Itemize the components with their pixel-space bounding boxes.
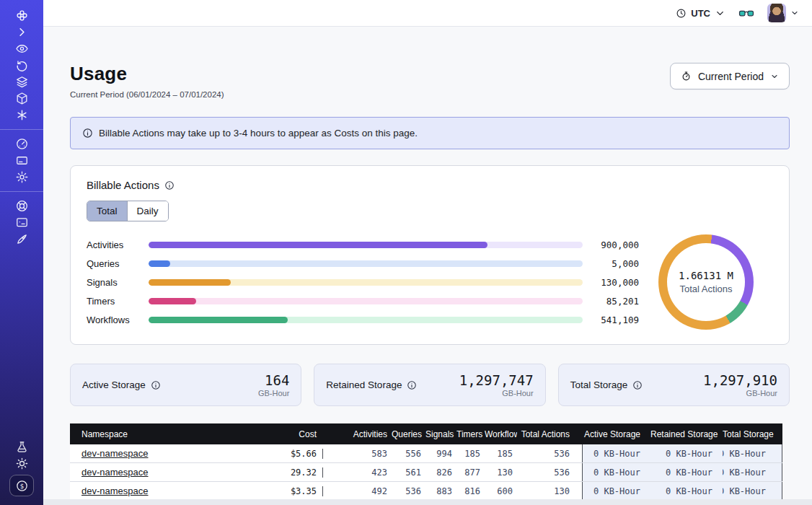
timezone-selector[interactable]: UTC <box>676 8 725 19</box>
cell-workflows: 185 <box>485 449 517 459</box>
gauge-icon[interactable] <box>9 136 35 152</box>
bar-fill <box>149 317 288 323</box>
table-row: dev-namespace$5.665835569941851855360 KB… <box>70 444 782 463</box>
cell-total_actions: 130 <box>517 486 582 496</box>
cell-timers: 816 <box>456 486 485 496</box>
tab-total[interactable]: Total <box>87 201 127 221</box>
layers-icon[interactable] <box>9 74 35 90</box>
table-header: NamespaceCostActivitiesQueriesSignalsTim… <box>70 423 782 444</box>
info-icon <box>82 128 93 139</box>
tab-daily[interactable]: Daily <box>127 201 168 221</box>
total-storage-value: 1,297,910 <box>703 373 777 387</box>
clock-icon <box>676 8 687 19</box>
cell-timers: 877 <box>456 467 485 478</box>
theme-sun-icon[interactable] <box>9 455 35 472</box>
page-title: Usage <box>70 63 224 85</box>
cell-timers: 185 <box>456 449 485 459</box>
cell-total_actions: 536 <box>517 449 582 459</box>
namespace-link[interactable]: dev-namespace <box>81 486 149 496</box>
docs-terminal-icon[interactable] <box>9 214 35 231</box>
info-icon[interactable] <box>164 180 175 190</box>
cell-total_storage: 0 KB-Hour <box>723 444 782 462</box>
donut-total-label: Total Actions <box>680 284 733 294</box>
info-icon[interactable] <box>151 380 161 390</box>
bar-track <box>149 317 583 323</box>
chevron-down-icon <box>770 72 779 81</box>
cell-workflows: 130 <box>485 467 517 478</box>
active-storage-card: Active Storage 164 GB-Hour <box>70 364 301 406</box>
cube-icon[interactable] <box>9 90 35 107</box>
billable-actions-title: Billable Actions <box>87 179 159 191</box>
bar-row-activities: Activities900,000 <box>87 235 639 254</box>
bar-fill <box>149 298 196 304</box>
timezone-label: UTC <box>691 8 710 19</box>
banner-text: Billable Actions may take up to 3-4 hour… <box>99 128 418 139</box>
lifebuoy-support-icon[interactable] <box>9 198 35 214</box>
namespaces-eye-icon[interactable] <box>9 40 35 57</box>
namespace-link[interactable]: dev-namespace <box>81 467 149 478</box>
donut-ring: 1.66131 M Total Actions <box>658 234 754 330</box>
column-header-cost: Cost <box>257 429 322 439</box>
flask-lab-icon[interactable] <box>9 439 35 455</box>
cell-workflows: 600 <box>485 486 517 496</box>
cell-queries: 556 <box>392 449 425 459</box>
column-header-retained_storage: Retained Storage <box>650 429 723 439</box>
info-banner: Billable Actions may take up to 3-4 hour… <box>70 117 790 149</box>
bar-label: Queries <box>87 258 149 269</box>
glasses-icon[interactable] <box>738 6 754 19</box>
column-header-activities: Activities <box>322 429 392 439</box>
sidebar: $ <box>0 0 43 505</box>
total-actions-donut: 1.66131 M Total Actions <box>639 234 773 330</box>
retained-storage-label: Retained Storage <box>326 379 402 390</box>
bar-value: 541,109 <box>583 315 639 325</box>
period-selector-button[interactable]: Current Period <box>670 63 790 89</box>
cell-queries: 536 <box>392 486 425 496</box>
cell-signals: 826 <box>425 467 456 478</box>
chevron-down-icon <box>790 9 799 17</box>
column-header-workflows: Workflows <box>485 429 517 439</box>
info-icon[interactable] <box>632 380 643 390</box>
billing-usage-icon[interactable]: $ <box>9 475 34 496</box>
card-panel-icon[interactable] <box>9 152 35 169</box>
sidebar-divider <box>0 191 43 192</box>
total-storage-unit: GB-Hour <box>703 389 777 398</box>
total-storage-card: Total Storage 1,297,910 GB-Hour <box>558 364 790 406</box>
column-header-active_storage: Active Storage <box>582 429 650 439</box>
cell-cost: 29.32 <box>257 467 322 478</box>
cell-total_actions: 536 <box>517 467 582 478</box>
stopwatch-icon <box>681 71 692 82</box>
retained-storage-card: Retained Storage 1,297,747 GB-Hour <box>314 364 545 406</box>
cell-cost: $5.66 <box>257 449 322 459</box>
bar-track <box>149 298 583 304</box>
gear-icon[interactable] <box>9 169 35 185</box>
cell-activities: 583 <box>322 449 392 459</box>
bar-label: Activities <box>87 240 149 250</box>
rocket-icon[interactable] <box>9 231 35 247</box>
total-storage-label: Total Storage <box>570 379 628 390</box>
bar-value: 130,000 <box>583 277 639 288</box>
temporal-logo-icon[interactable] <box>9 7 35 24</box>
cell-signals: 883 <box>425 486 456 496</box>
cell-cost: $3.35 <box>257 486 322 496</box>
sidebar-divider <box>0 129 43 130</box>
history-retry-icon[interactable] <box>9 57 35 74</box>
bar-value: 900,000 <box>583 240 639 250</box>
bar-track <box>149 260 583 267</box>
info-icon[interactable] <box>407 380 417 390</box>
bar-fill <box>149 260 170 267</box>
table-row: dev-namespace$3.354925368838166001300 KB… <box>70 482 782 501</box>
cell-namespace: dev-namespace <box>70 448 257 459</box>
current-period-subtitle: Current Period (06/01/2024 – 07/01/2024) <box>70 90 224 99</box>
column-header-namespace: Namespace <box>70 429 257 439</box>
cell-total_storage: 0 KB-Hour <box>723 482 782 500</box>
collapse-chevron-icon[interactable] <box>9 24 35 40</box>
namespace-link[interactable]: dev-namespace <box>81 448 149 459</box>
horizontal-scrollbar[interactable] <box>43 499 812 505</box>
active-storage-label: Active Storage <box>82 379 146 390</box>
cell-total_storage: 0 KB-Hour <box>723 463 782 481</box>
asterisk-icon[interactable] <box>9 107 35 123</box>
svg-text:$: $ <box>19 482 24 489</box>
period-label: Current Period <box>698 71 764 82</box>
bar-row-timers: Timers85,201 <box>87 291 639 310</box>
user-menu[interactable] <box>767 4 799 22</box>
